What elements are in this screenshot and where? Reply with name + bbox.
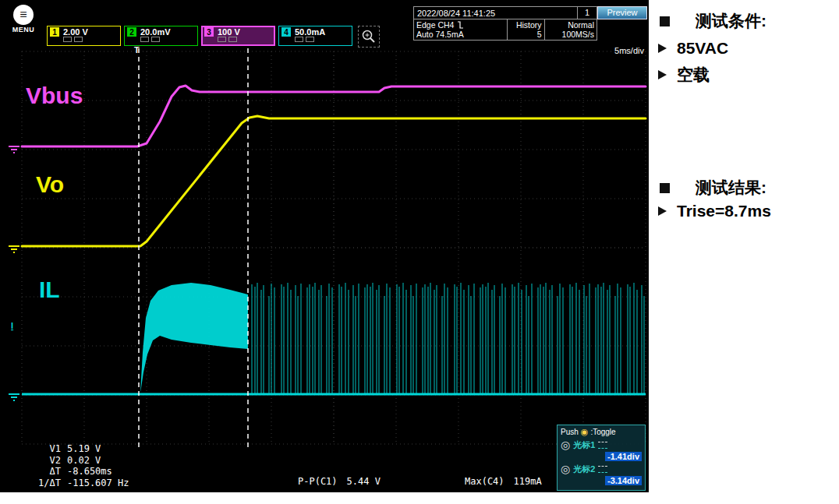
menu-label: MENU	[6, 26, 41, 33]
arrow-bullet-icon	[658, 70, 667, 79]
timestamp: 2022/08/24 11:41:25	[414, 9, 577, 18]
trigger-source: Edge CH4	[416, 20, 454, 30]
bandwidth-icon	[228, 37, 237, 42]
channel-number-badge: 2	[127, 27, 136, 37]
menu-button[interactable]: ≡ MENU	[6, 5, 41, 33]
cursor2-label: 光标2	[573, 463, 595, 475]
trigger-info: Edge CH4 Auto 74.5mA	[414, 19, 507, 40]
oscilloscope-screen: IT ≡ MENU 1 2.00 V 2 20.0mV	[0, 0, 649, 492]
condition-item: 85VAC	[658, 39, 728, 58]
cursor-lines-icon	[598, 442, 607, 449]
cursor-lines-icon	[598, 466, 607, 473]
preview-badge: Preview	[597, 6, 647, 19]
bandwidth-icon	[151, 37, 160, 42]
square-bullet-icon	[660, 183, 670, 193]
pp-measurement: P-P(C1) 5.44 V	[298, 476, 381, 487]
channel-scale: 2.00 V	[63, 27, 88, 37]
falling-edge-icon	[457, 20, 464, 30]
zoom-search-icon[interactable]	[358, 26, 380, 48]
history-value: 5	[510, 30, 542, 39]
svg-text:I: I	[11, 321, 13, 330]
cursor-measurements: V1 5.19 V V2 0.02 V ΔT -8.650ms 1/ΔT -11…	[27, 443, 129, 488]
history-info: History 5	[507, 19, 544, 40]
sample-rate: 100MS/s	[547, 30, 594, 39]
channel-3-box[interactable]: 3 100 V	[201, 26, 275, 46]
test-results-title: 测试结果:	[660, 177, 766, 199]
cursor2-value: -3.14div	[605, 476, 642, 485]
magnifier-icon	[361, 29, 377, 44]
acquisition-count: 1	[577, 7, 597, 19]
square-bullet-icon	[660, 16, 670, 26]
cursor2-row[interactable]: ◎ 光标2 -3.14div	[561, 463, 642, 485]
measurement-row: V1 5.19 V	[27, 443, 129, 455]
channel-number-badge: 3	[204, 27, 214, 37]
cursor-panel: Push ◉ :Toggle ◎ 光标1 -1.41div ◎ 光	[557, 425, 646, 491]
channel-scale: 20.0mV	[140, 27, 171, 37]
cursor-panel-title: Push ◉ :Toggle	[561, 427, 642, 437]
bandwidth-icon	[306, 37, 314, 42]
history-label: History	[510, 20, 542, 30]
cursor1-row[interactable]: ◎ 光标1 -1.41div	[561, 439, 642, 461]
channel-1-box[interactable]: 1 2.00 V	[47, 26, 121, 46]
bandwidth-icon	[74, 37, 83, 42]
acquisition-mode: Normal	[547, 20, 594, 30]
timebase: 5ms/div	[614, 46, 644, 55]
trigger-mode: Auto 74.5mA	[416, 30, 504, 39]
measurement-row: V2 0.02 V	[27, 455, 129, 467]
vbus-wave-label: Vbus	[26, 84, 83, 107]
max-measurement: Max(C4) 119mA	[465, 476, 542, 487]
arrow-bullet-icon	[658, 44, 667, 53]
knob-icon: ◎	[561, 439, 570, 461]
page: IT ≡ MENU 1 2.00 V 2 20.0mV	[0, 0, 839, 504]
channel-4-box[interactable]: 4 50.0mA	[278, 26, 352, 46]
measurement-row: ΔT -8.650ms	[27, 466, 129, 478]
channel-number-badge: 4	[281, 27, 291, 37]
coupling-icon	[218, 37, 226, 42]
channel-scale: 50.0mA	[295, 27, 325, 37]
knob-icon: ◎	[561, 463, 570, 485]
result-item: Trise=8.7ms	[658, 202, 771, 220]
vo-wave-label: Vo	[36, 173, 64, 196]
arrow-bullet-icon	[658, 206, 667, 216]
status-bar: 2022/08/24 11:41:25 1 Edge CH4 Auto 74.5…	[413, 6, 597, 41]
knob-icon: ◉	[581, 427, 589, 437]
annotation-panel: 测试条件: 85VAC 空载 测试结果: Trise=8.7ms	[657, 0, 839, 504]
waveform-display: IT	[0, 0, 649, 492]
coupling-icon	[295, 37, 303, 42]
menu-icon: ≡	[13, 5, 34, 25]
cursor1-value: -1.41div	[605, 452, 642, 461]
il-wave-label: IL	[39, 278, 60, 301]
measurement-row: 1/ΔT -115.607 Hz	[27, 478, 129, 489]
channel-number-badge: 1	[50, 27, 59, 37]
test-conditions-title: 测试条件:	[660, 10, 766, 32]
coupling-icon	[63, 37, 72, 42]
acquisition-mode-info: Normal 100MS/s	[544, 19, 597, 40]
channel-bar: 1 2.00 V 2 20.0mV 3 100 V	[47, 26, 352, 46]
coupling-icon	[140, 37, 149, 42]
channel-2-box[interactable]: 2 20.0mV	[124, 26, 198, 46]
condition-item: 空载	[658, 64, 710, 86]
channel-scale: 100 V	[218, 27, 240, 37]
cursor1-label: 光标1	[573, 439, 595, 451]
